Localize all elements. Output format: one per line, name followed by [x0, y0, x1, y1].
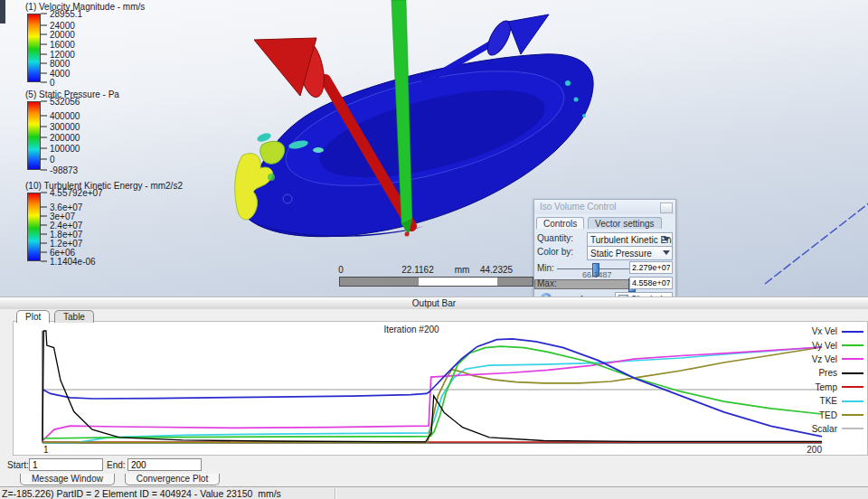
close-icon[interactable]: [660, 202, 673, 213]
dialog-title: Iso Volume Control: [540, 202, 617, 212]
max-label: Max:: [537, 278, 557, 288]
legend-tick: 28955.1: [41, 9, 82, 19]
tab-convergence-plot[interactable]: Convergence Plot: [125, 474, 221, 485]
legend-tick: 20000: [41, 30, 75, 40]
end-label: End:: [107, 460, 126, 470]
min-slider[interactable]: [557, 268, 637, 269]
min-value-input[interactable]: [629, 261, 673, 274]
legend-item-vx-vel: Vx Vel: [812, 325, 863, 338]
ruler-bar: [339, 277, 533, 287]
cfd-application-window: (1) Velocity Magnitude - mm/s 28955.1240…: [0, 0, 868, 499]
colorbar: [27, 193, 41, 261]
plot-canvas: 1 200: [14, 322, 867, 455]
legend-velocity-magnitude: (1) Velocity Magnitude - mm/s 28955.1240…: [25, 2, 145, 82]
output-bar-header[interactable]: Output Bar: [0, 297, 868, 310]
legend-tick: 24000: [41, 20, 75, 30]
legend-item-vz-vel: Vz Vel: [812, 353, 863, 366]
start-input[interactable]: [29, 458, 103, 471]
status-separator: [335, 488, 335, 499]
chevron-down-icon: [663, 237, 670, 241]
quantity-dropdown[interactable]: Turbulent Kinetic Energy: [587, 232, 673, 247]
legend-tick: 400000: [41, 110, 80, 120]
legend-tick: 4.55792e+07: [41, 188, 103, 198]
tab-vector-settings[interactable]: Vector settings: [588, 217, 662, 229]
domain-edge-line: [765, 202, 868, 284]
legend-tick: 16000: [41, 39, 75, 49]
quantity-value: Turbulent Kinetic Energy: [590, 235, 673, 245]
legend-item-vy-vel: Vy Vel: [812, 338, 863, 352]
min-label: Min:: [537, 263, 554, 273]
series-pres: [42, 331, 822, 442]
legend-item-temp: Temp: [812, 381, 863, 394]
ruler-label: 44.2325: [480, 265, 513, 275]
dialog-title-bar[interactable]: Iso Volume Control: [534, 200, 675, 214]
colorby-dropdown[interactable]: Static Pressure: [587, 246, 673, 260]
legend-tick: 1.1404e-06: [41, 257, 96, 267]
output-bar-tabs: Message Window Convergence Plot: [0, 474, 868, 486]
legend-tick: -98873: [41, 165, 78, 175]
quantity-label: Quantity:: [537, 233, 573, 243]
legend-tick: 300000: [41, 121, 80, 131]
output-plot-panel: Plot Table Iteration #200 1 200 Vx VelVy…: [0, 309, 868, 457]
end-input[interactable]: [127, 458, 202, 471]
legend-tick: 4000: [41, 68, 70, 78]
ruler-label: 22.1162: [401, 265, 433, 275]
legend-tick: 200000: [41, 132, 80, 142]
iteration-range-bar: Start: End:: [0, 457, 868, 474]
legend-tick: 12000: [41, 49, 75, 59]
start-label: Start:: [7, 460, 29, 470]
legend-tick: 8000: [41, 59, 70, 69]
legend-item-tke: TKE: [812, 394, 863, 408]
colorby-label: Color by:: [537, 247, 573, 257]
convergence-plot-area: Iteration #200 1 200 Vx VelVy VelVz VelP…: [13, 321, 868, 456]
tab-controls[interactable]: Controls: [536, 217, 584, 229]
ruler-unit-label: mm: [455, 265, 470, 275]
legend-static-pressure: (5) Static Pressure - Pa 532056400000300…: [25, 89, 119, 170]
viewport-3d[interactable]: (1) Velocity Magnitude - mm/s 28955.1240…: [0, 0, 868, 297]
max-value-input[interactable]: [629, 277, 673, 289]
chevron-down-icon: [663, 250, 670, 255]
legend-item-pres: Pres: [812, 366, 863, 380]
x-axis-end-label: 200: [807, 445, 822, 455]
ruler-label: 0: [338, 265, 344, 275]
tab-table[interactable]: Table: [54, 310, 94, 323]
legend-item-ted: TED: [812, 408, 863, 421]
legend-tick: 0: [41, 78, 55, 88]
tab-plot[interactable]: Plot: [16, 310, 50, 323]
legend-turbulent-kinetic-energy: (10) Turbulent Kinetic Energy - mm2/s2 4…: [25, 181, 183, 261]
colorby-value: Static Pressure: [590, 249, 652, 259]
legend-tick: 0: [41, 155, 55, 165]
legend-tick: 100000: [41, 144, 80, 154]
colorbar: [27, 14, 41, 82]
legend-tick: 532056: [41, 97, 80, 107]
colorbar: [27, 101, 41, 170]
legend-item-scalar: Scalar: [812, 422, 863, 436]
plot-legend: Vx VelVy VelVz VelPresTempTKETEDScalar: [812, 325, 863, 436]
tab-message-window[interactable]: Message Window: [20, 474, 115, 485]
status-text: Z=-185.226) PartID = 2 Element ID = 4049…: [2, 488, 281, 499]
iso-volume-control-dialog[interactable]: Iso Volume Control Controls Vector setti…: [533, 199, 676, 312]
status-bar: Z=-185.226) PartID = 2 Element ID = 4049…: [0, 486, 868, 499]
x-axis-start-label: 1: [43, 445, 49, 455]
